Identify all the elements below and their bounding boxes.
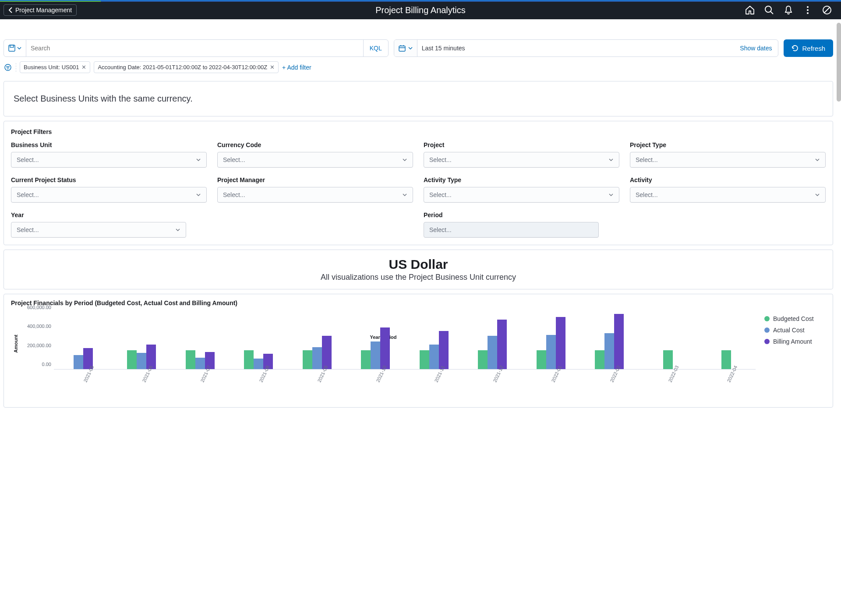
close-icon[interactable]: ✕ — [270, 64, 275, 70]
chevron-down-icon — [408, 46, 413, 50]
select-project-type[interactable]: Select... — [630, 152, 826, 168]
legend-item[interactable]: Budgeted Cost — [764, 315, 826, 322]
label-project-manager: Project Manager — [217, 176, 413, 183]
chevron-down-icon — [196, 157, 201, 162]
refresh-button[interactable]: Refresh — [784, 39, 833, 57]
bar-group — [230, 313, 288, 369]
chevron-down-icon — [815, 192, 820, 197]
select-placeholder: Select... — [223, 156, 245, 163]
bar-group — [463, 313, 522, 369]
home-icon[interactable] — [745, 5, 755, 15]
more-vertical-icon[interactable] — [802, 5, 813, 15]
bar[interactable] — [595, 350, 604, 369]
bar[interactable] — [361, 350, 371, 369]
scrollbar-thumb[interactable] — [837, 23, 841, 102]
label-currency-code: Currency Code — [217, 141, 413, 148]
select-current-status[interactable]: Select... — [11, 187, 207, 203]
calendar-button[interactable] — [394, 40, 417, 56]
select-currency-code[interactable]: Select... — [217, 152, 413, 168]
select-business-unit[interactable]: Select... — [11, 152, 207, 168]
chart-title: Project Financials by Period (Budgeted C… — [11, 299, 826, 306]
bar[interactable] — [186, 350, 195, 369]
select-placeholder: Select... — [17, 156, 39, 163]
filter-chip-accounting-date[interactable]: Accounting Date: 2021-05-01T12:00:00Z to… — [94, 61, 279, 73]
chevron-left-icon — [8, 7, 13, 13]
chevron-down-icon — [815, 157, 820, 162]
bar[interactable] — [478, 350, 488, 369]
chevron-down-icon — [196, 192, 201, 197]
bar[interactable] — [127, 350, 137, 369]
add-filter-link[interactable]: + Add filter — [282, 64, 311, 71]
select-activity-type[interactable]: Select... — [424, 187, 619, 203]
search-icon[interactable] — [764, 5, 774, 15]
filter-period: Period Select... — [424, 211, 826, 238]
y-tick: 0.00 — [42, 362, 51, 367]
back-label: Project Management — [15, 7, 72, 14]
select-activity[interactable]: Select... — [630, 187, 826, 203]
chevron-down-icon — [402, 192, 407, 197]
label-period: Period — [424, 211, 826, 218]
chevron-down-icon — [402, 157, 407, 162]
chart-area: Amount 0.00200,000.00400,000.00600,000.0… — [11, 313, 826, 400]
svg-point-13 — [5, 64, 11, 70]
svg-rect-8 — [10, 45, 14, 47]
bar-group — [171, 313, 230, 369]
blocked-circle-icon[interactable] — [822, 5, 832, 15]
label-project: Project — [424, 141, 619, 148]
svg-line-6 — [824, 7, 830, 13]
vertical-scrollbar[interactable] — [837, 23, 841, 415]
filter-chip-business-unit[interactable]: Business Unit: US001 ✕ — [20, 61, 90, 73]
bar[interactable] — [244, 350, 254, 369]
label-project-type: Project Type — [630, 141, 826, 148]
svg-point-0 — [765, 6, 771, 12]
bar-group — [288, 313, 346, 369]
info-text: Select Business Units with the same curr… — [11, 88, 826, 109]
select-period[interactable]: Select... — [424, 222, 599, 238]
filter-currency-code: Currency Code Select... — [217, 141, 413, 168]
filter-activity-type: Activity Type Select... — [424, 176, 619, 203]
legend-dot — [764, 327, 770, 333]
chart-panel: Project Financials by Period (Budgeted C… — [4, 294, 833, 408]
bar-group — [522, 313, 580, 369]
chevron-down-icon — [17, 46, 21, 50]
select-placeholder: Select... — [17, 226, 39, 233]
bar[interactable] — [537, 350, 546, 369]
legend-dot — [764, 339, 770, 344]
bell-icon[interactable] — [783, 5, 794, 15]
filter-activity: Activity Select... — [630, 176, 826, 203]
bar[interactable] — [74, 355, 83, 370]
legend-item[interactable]: Actual Cost — [764, 327, 826, 334]
bar[interactable] — [303, 350, 312, 369]
select-placeholder: Select... — [17, 191, 39, 198]
show-dates-link[interactable]: Show dates — [734, 45, 778, 52]
disk-icon — [8, 45, 15, 52]
back-button[interactable]: Project Management — [4, 4, 77, 16]
filter-settings-icon[interactable] — [4, 63, 12, 72]
chart-plot — [54, 313, 756, 370]
select-project[interactable]: Select... — [424, 152, 619, 168]
bar-group — [697, 313, 756, 369]
chevron-down-icon — [175, 227, 180, 232]
select-placeholder: Select... — [636, 156, 658, 163]
filter-divider — [16, 63, 16, 72]
filter-year: Year Select... — [11, 211, 413, 238]
label-year: Year — [11, 211, 413, 218]
kql-toggle[interactable]: KQL — [363, 40, 388, 56]
select-placeholder: Select... — [429, 156, 452, 163]
saved-query-button[interactable] — [4, 40, 26, 56]
close-icon[interactable]: ✕ — [81, 64, 86, 70]
content-area: KQL Last 15 minutes Show dates Refresh B… — [0, 19, 841, 415]
refresh-label: Refresh — [802, 45, 825, 52]
select-year[interactable]: Select... — [11, 222, 186, 238]
search-input[interactable] — [26, 40, 363, 56]
svg-rect-9 — [399, 46, 405, 51]
search-container: KQL — [4, 39, 389, 57]
y-axis: 0.00200,000.00400,000.00600,000.00 — [16, 313, 54, 370]
label-activity: Activity — [630, 176, 826, 183]
svg-point-3 — [807, 9, 809, 11]
legend-item[interactable]: Billing Amount — [764, 338, 826, 345]
calendar-icon — [399, 45, 406, 52]
select-project-manager[interactable]: Select... — [217, 187, 413, 203]
time-range-label[interactable]: Last 15 minutes — [417, 45, 734, 52]
bar[interactable] — [420, 350, 429, 369]
